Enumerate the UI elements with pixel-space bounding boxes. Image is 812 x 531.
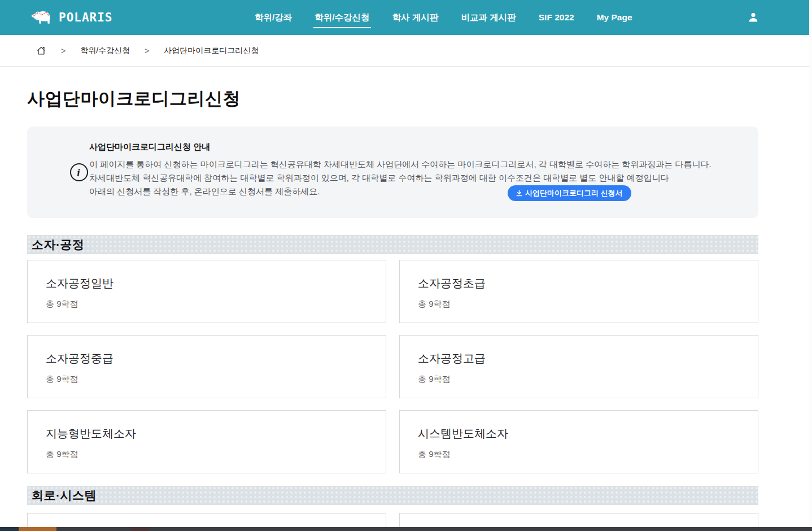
card-credits: 총 9학점	[46, 299, 386, 310]
microdegree-card[interactable]: 소자공정고급 총 9학점	[399, 335, 758, 398]
page-title: 사업단마이크로디그리신청	[27, 87, 758, 111]
breadcrumb-separator: >	[61, 46, 66, 55]
nav-item-degree-enrollment[interactable]: 학위/수강신청	[313, 7, 370, 28]
card-title: 소자공정고급	[418, 350, 758, 366]
section-header-device-process: 소자·공정	[27, 235, 758, 254]
main-nav: 학위/강좌 학위/수강신청 학사 게시판 비교과 게시판 SIF 2022 My…	[254, 0, 634, 35]
card-credits: 총 9학점	[418, 299, 758, 310]
user-icon[interactable]	[746, 11, 760, 24]
main-content: 사업단마이크로디그리신청 i 사업단마이크로디그리신청 안내 이 페이지를 통하…	[0, 87, 785, 531]
breadcrumb-item-enrollment[interactable]: 학위/수강신청	[80, 46, 130, 56]
notice-line: 아래의 신청서를 작성한 후, 온라인으로 신청서를 제출하세요.	[89, 185, 745, 198]
card-title: 소자공정중급	[46, 350, 386, 366]
card-title: 지능형반도체소자	[46, 425, 386, 441]
card-credits: 총 9학점	[418, 449, 758, 460]
breadcrumb-item-current[interactable]: 사업단마이크로디그리신청	[164, 46, 259, 56]
brand-logo[interactable]: POLARIS	[30, 0, 113, 35]
download-icon	[516, 190, 522, 197]
nav-item-degree-courses[interactable]: 학위/강좌	[254, 7, 293, 28]
nav-item-extracurricular-board[interactable]: 비교과 게시판	[460, 7, 517, 28]
notice-line: 이 페이지를 통하여 신청하는 마이크로디그리는 혁신공유대학 차세대반도체 사…	[89, 158, 745, 171]
notice-line: 차세대반도체 혁신공유대학에 참여하는 대학별로 학위과정이 있으며, 각 대학…	[89, 171, 745, 185]
scrollbar-gutter	[809, 0, 812, 527]
microdegree-card[interactable]: 소자공정일반 총 9학점	[27, 260, 386, 323]
notice-box: i 사업단마이크로디그리신청 안내 이 페이지를 통하여 신청하는 마이크로디그…	[27, 127, 758, 218]
polar-bear-icon	[30, 8, 53, 27]
microdegree-card[interactable]: 소자공정중급 총 9학점	[27, 335, 386, 398]
download-button-label: 사업단마이크로디그리 신청서	[525, 188, 623, 198]
home-icon[interactable]	[36, 46, 46, 56]
nav-item-my-page[interactable]: My Page	[596, 8, 634, 27]
taskbar-segment	[56, 527, 132, 531]
taskbar-segment	[19, 527, 56, 531]
card-title: 소자공정초급	[418, 275, 758, 291]
taskbar-segment	[132, 527, 149, 531]
microdegree-card[interactable]: 시스템반도체소자 총 9학점	[399, 410, 758, 473]
info-icon: i	[70, 163, 88, 181]
nav-item-sif-2022[interactable]: SIF 2022	[538, 8, 575, 27]
section-title: 회로·시스템	[32, 488, 97, 503]
microdegree-card[interactable]: 지능형반도체소자 총 9학점	[27, 410, 386, 473]
nav-item-academic-board[interactable]: 학사 게시판	[391, 7, 440, 28]
section-header-circuit-system: 회로·시스템	[27, 486, 758, 505]
brand-name: POLARIS	[59, 11, 113, 24]
taskbar-segment	[149, 527, 812, 531]
card-credits: 총 9학점	[46, 449, 386, 460]
card-credits: 총 9학점	[46, 374, 386, 385]
card-grid-device-process: 소자공정일반 총 9학점 소자공정초급 총 9학점 소자공정중급 총 9학점 소…	[27, 260, 758, 473]
taskbar-edge	[0, 527, 812, 531]
taskbar-segment	[0, 527, 19, 531]
microdegree-card[interactable]: 소자공정초급 총 9학점	[399, 260, 758, 323]
card-credits: 총 9학점	[418, 374, 758, 385]
section-title: 소자·공정	[32, 237, 85, 253]
top-navbar: POLARIS 학위/강좌 학위/수강신청 학사 게시판 비교과 게시판 SIF…	[0, 0, 812, 35]
notice-heading: 사업단마이크로디그리신청 안내	[89, 142, 745, 153]
breadcrumb-separator: >	[145, 46, 149, 55]
card-title: 소자공정일반	[46, 275, 386, 291]
application-download-button[interactable]: 사업단마이크로디그리 신청서	[508, 185, 631, 201]
card-title: 시스템반도체소자	[418, 425, 758, 441]
breadcrumb: > 학위/수강신청 > 사업단마이크로디그리신청	[0, 35, 812, 67]
